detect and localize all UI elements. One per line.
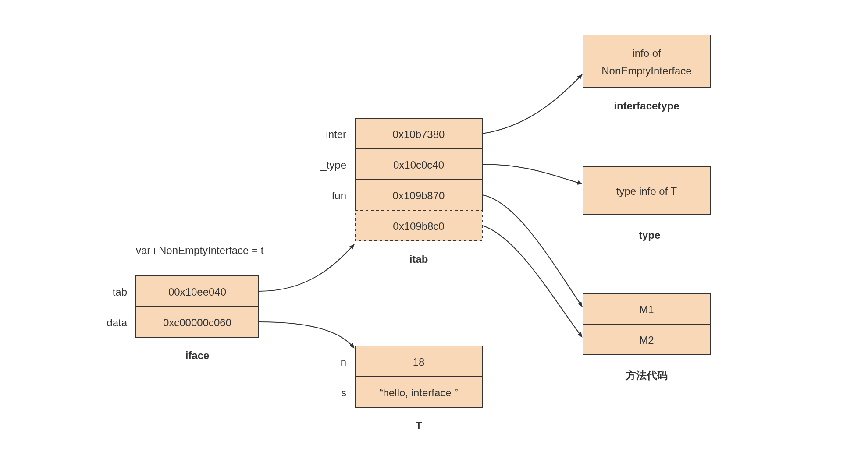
itab-row1-value: 0x10c0c40 [393,159,444,171]
interfacetype-line1: NonEmptyInterface [601,65,691,77]
t-row1-value: “hello, interface ” [380,387,458,399]
interfacetype-line0: info of [632,47,661,59]
type-caption: _type [633,229,661,241]
type-block: type info of T _type [583,166,710,241]
methods-row0: M1 [639,304,654,315]
svg-rect-8 [583,35,710,88]
itab-row3-value: 0x109b8c0 [393,220,444,232]
itab-row2-value: 0x109b870 [393,190,445,201]
itab-row1-label: _type [320,159,346,171]
iface-row0-label: tab [113,286,127,298]
t-row1-label: s [341,387,346,399]
methods-block: M1 M2 方法代码 [583,293,710,381]
iface-caption: iface [185,349,210,361]
methods-caption: 方法代码 [625,369,668,381]
itab-row0-label: inter [326,128,346,140]
t-row0-label: n [341,356,346,368]
interfacetype-caption: interfacetype [614,100,679,112]
iface-row1-value: 0xc00000c060 [163,317,231,328]
iface-row1-label: data [107,317,127,328]
t-caption: T [416,420,422,431]
arrow-fun-m1 [482,195,582,307]
arrow-fun-m2 [482,226,582,337]
itab-row0-value: 0x10b7380 [393,128,445,140]
interfacetype-block: info of NonEmptyInterface interfacetype [583,35,710,112]
arrow-data-t [259,322,354,348]
t-block: n s 18 “hello, interface ” T [341,346,482,431]
declaration-text: var i NonEmptyInterface = t [136,244,264,256]
arrow-tab-itab [259,244,354,291]
itab-row2-label: fun [332,190,346,201]
type-line0: type info of T [616,185,677,197]
iface-block: tab data 00x10ee040 0xc00000c060 iface [107,276,259,361]
itab-caption: itab [409,253,428,265]
arrow-type-typebox [482,164,582,184]
methods-row1: M2 [639,334,654,346]
itab-block: inter _type fun 0x10b7380 0x10c0c40 0x10… [320,118,482,265]
iface-row0-value: 00x10ee040 [168,286,226,298]
arrow-inter-interfacetype [482,74,582,134]
t-row0-value: 18 [413,356,425,368]
